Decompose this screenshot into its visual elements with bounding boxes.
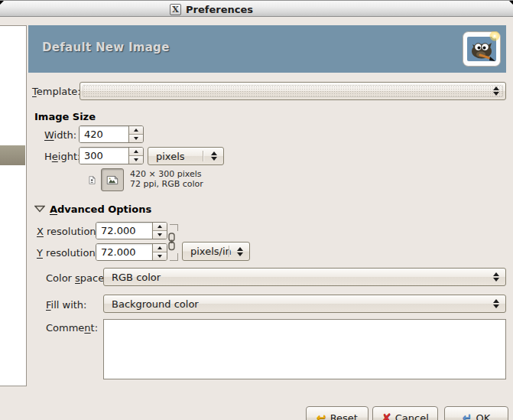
y-resolution-spinner[interactable] xyxy=(152,244,167,260)
y-resolution-label: Y resolution: xyxy=(37,247,99,259)
chain-bracket xyxy=(170,253,178,261)
page-title: Default New Image xyxy=(42,41,170,54)
gimp-wilber-icon xyxy=(463,31,501,69)
color-space-combobox[interactable]: RGB color xyxy=(103,268,506,286)
template-label: Template: xyxy=(32,86,81,97)
spin-up-icon xyxy=(157,225,162,228)
combo-arrows-icon xyxy=(211,151,217,161)
spin-up-button[interactable] xyxy=(153,223,167,230)
combo-separator xyxy=(203,151,203,161)
spin-up-button[interactable] xyxy=(129,148,143,155)
spin-up-button[interactable] xyxy=(129,126,143,134)
size-summary-line2: 72 ppi, RGB color xyxy=(130,179,203,189)
size-summary-line1: 420 × 300 pixels xyxy=(130,169,203,179)
comment-textarea[interactable] xyxy=(104,320,505,379)
comment-label: Comment: xyxy=(46,322,98,334)
spin-up-icon xyxy=(134,129,138,132)
y-resolution-spinbox xyxy=(96,243,167,261)
spin-down-button[interactable] xyxy=(153,230,167,239)
ok-button[interactable]: ↵ OK xyxy=(444,406,508,420)
resolution-unit-value: pixels/in xyxy=(183,246,232,257)
size-summary: 420 × 300 pixels 72 ppi, RGB color xyxy=(130,169,203,189)
combo-arrows-icon xyxy=(493,86,499,96)
ok-button-label: OK xyxy=(476,412,490,420)
spin-down-icon xyxy=(157,255,162,258)
spin-up-icon xyxy=(157,246,162,249)
color-space-value: RGB color xyxy=(104,272,161,283)
combo-arrows-icon xyxy=(493,299,499,308)
portrait-orientation-button[interactable] xyxy=(84,170,100,190)
comment-textarea-frame xyxy=(103,319,506,379)
height-input[interactable] xyxy=(80,148,128,164)
reset-button-label: Reset xyxy=(330,412,358,420)
width-label: Width: xyxy=(44,129,76,141)
x-resolution-input[interactable] xyxy=(96,223,152,239)
width-input[interactable] xyxy=(80,126,128,142)
sidebar-selected-item[interactable] xyxy=(0,145,25,165)
fill-with-label: Fill with: xyxy=(46,299,86,311)
resolution-unit-combobox[interactable]: pixels/in xyxy=(182,242,250,261)
width-spinner[interactable] xyxy=(128,126,143,142)
spin-up-button[interactable] xyxy=(153,244,167,252)
height-spinbox xyxy=(79,147,144,164)
window-title: Preferences xyxy=(186,4,253,15)
window-corner xyxy=(0,1,4,5)
cancel-button[interactable]: ✘ Cancel xyxy=(372,406,438,420)
x11-app-icon: X xyxy=(170,4,181,15)
template-empty-pattern xyxy=(83,85,503,97)
cancel-button-label: Cancel xyxy=(395,412,429,420)
resolution-chain-button[interactable] xyxy=(167,233,177,253)
window-title-group: X Preferences xyxy=(170,2,253,16)
chain-bracket xyxy=(170,224,178,231)
spin-down-button[interactable] xyxy=(153,252,167,260)
combo-separator xyxy=(229,246,229,257)
preferences-sidebar[interactable] xyxy=(0,25,27,386)
size-unit-combobox[interactable]: pixels xyxy=(148,147,224,165)
chain-link-icon xyxy=(167,233,177,251)
portrait-icon xyxy=(89,173,96,187)
spin-down-button[interactable] xyxy=(129,134,143,142)
ok-icon: ↵ xyxy=(463,412,472,420)
x-resolution-spinbox xyxy=(96,222,167,239)
reset-button[interactable]: ↩ Reset xyxy=(306,406,369,420)
color-space-label: Color space: xyxy=(46,272,108,284)
combo-arrows-icon xyxy=(237,247,243,256)
y-resolution-input[interactable] xyxy=(96,244,152,260)
spin-down-icon xyxy=(134,158,138,161)
width-spinbox xyxy=(79,125,144,143)
x-resolution-label: X resolution: xyxy=(37,226,99,237)
spin-up-icon xyxy=(134,150,138,153)
page-header: Default New Image xyxy=(28,25,506,73)
x-resolution-spinner[interactable] xyxy=(152,223,167,239)
spin-down-icon xyxy=(157,233,162,236)
landscape-orientation-button[interactable] xyxy=(101,168,124,191)
window-corner xyxy=(509,1,513,5)
landscape-icon xyxy=(106,174,119,186)
size-unit-value: pixels xyxy=(148,151,185,162)
spin-down-button[interactable] xyxy=(129,155,143,164)
advanced-options-expander[interactable] xyxy=(34,203,47,214)
reset-icon: ↩ xyxy=(317,412,326,420)
cancel-icon: ✘ xyxy=(382,412,391,420)
window-title-bar[interactable]: X Preferences xyxy=(0,0,513,17)
preferences-dialog: X Preferences Default New Image xyxy=(0,0,513,420)
advanced-options-label[interactable]: Advanced Options xyxy=(50,203,151,215)
image-size-heading: Image Size xyxy=(34,111,96,122)
fill-with-combobox[interactable]: Background color xyxy=(103,295,506,313)
height-label: Height: xyxy=(44,151,80,162)
height-spinner[interactable] xyxy=(128,148,143,164)
expander-triangle-icon xyxy=(34,205,45,213)
template-combobox[interactable] xyxy=(80,82,506,100)
combo-arrows-icon xyxy=(493,272,499,282)
spin-down-icon xyxy=(134,137,138,140)
fill-with-value: Background color xyxy=(104,298,199,310)
